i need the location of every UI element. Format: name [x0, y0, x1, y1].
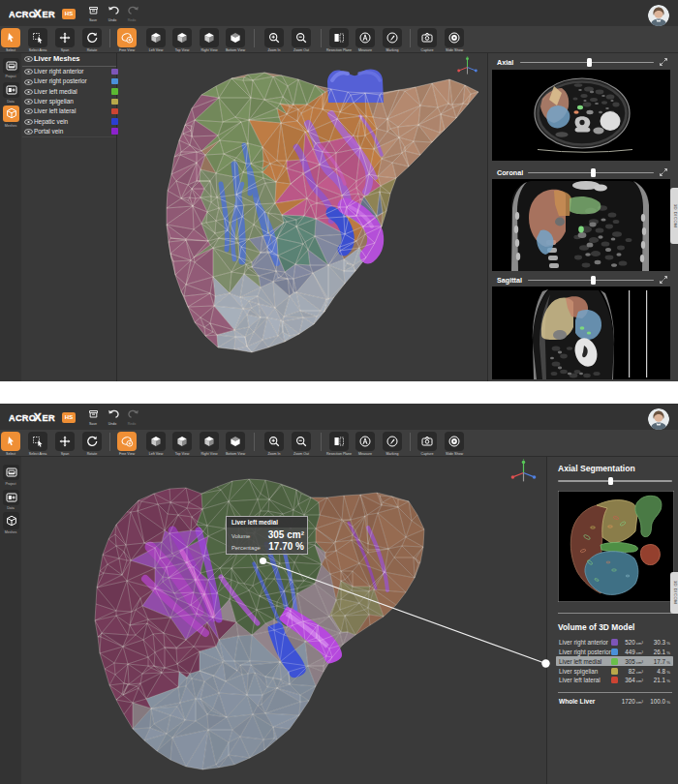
svg-text:ACRO: ACRO: [9, 10, 36, 19]
svg-text:X: X: [34, 8, 42, 19]
svg-text:ER: ER: [43, 10, 55, 19]
svg-text:Y: Y: [466, 56, 468, 59]
